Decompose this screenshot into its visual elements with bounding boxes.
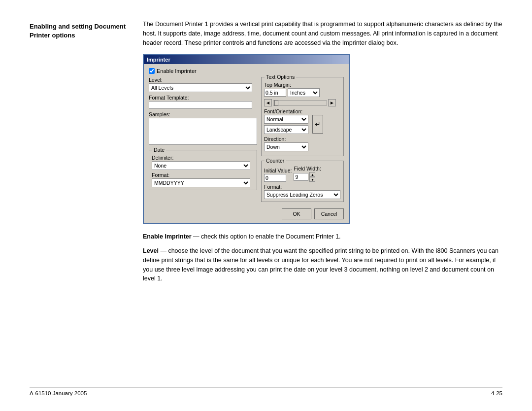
- date-format-select[interactable]: MMDDYYYY: [152, 178, 250, 187]
- section-heading: Enabling and setting Document Printer op…: [30, 22, 128, 40]
- dialog-right-section: Text Options Top Margin: Inches: [261, 77, 344, 202]
- dialog-body: Enable Imprinter Level:: [144, 64, 349, 223]
- samples-label: Samples:: [149, 111, 257, 117]
- font-orient-label: Font/Orientation:: [264, 108, 341, 114]
- initial-value-col: Initial Value:: [264, 168, 292, 182]
- slider-row: ◄ ►: [264, 99, 341, 106]
- initial-value-label: Initial Value:: [264, 168, 292, 173]
- slider-right-btn[interactable]: ►: [328, 99, 336, 106]
- body-para-1: Enable Imprinter — check this option to …: [143, 232, 502, 241]
- level-select[interactable]: All Levels: [149, 83, 252, 92]
- counter-top-row: Initial Value: Field Width:: [264, 166, 341, 182]
- body-para-2: Level — choose the level of the document…: [143, 246, 502, 283]
- top-margin-label: Top Margin:: [264, 82, 341, 88]
- dialog-buttons: OK Cancel: [149, 206, 344, 219]
- top-margin-field: Top Margin: Inches: [264, 82, 341, 106]
- text-options-title: Text Options: [265, 74, 296, 80]
- counter-format-select[interactable]: Suppress Leading Zeros: [264, 190, 340, 199]
- counter-group: Counter Initial Value: Field Width:: [261, 161, 344, 202]
- date-group: Date Delimiter: None Format:: [149, 150, 257, 190]
- samples-field: Samples:: [149, 111, 257, 145]
- cancel-button[interactable]: Cancel: [314, 208, 344, 219]
- dialog-left-section: Level: All Levels Format Tem: [149, 77, 257, 202]
- footer-right: 4-25: [491, 390, 502, 396]
- slider-track[interactable]: [273, 101, 327, 105]
- date-group-title: Date: [152, 147, 166, 153]
- left-column: Enabling and setting Document Printer op…: [30, 20, 128, 387]
- orientation-select[interactable]: Landscape: [264, 125, 308, 134]
- enable-imprinter-label: Enable Imprinter: [157, 68, 197, 74]
- body-para1-text: — check this option to enable the Docume…: [192, 233, 341, 240]
- level-label: Level:: [149, 77, 257, 83]
- delimiter-select[interactable]: None: [152, 161, 250, 170]
- direction-select[interactable]: Down: [264, 142, 308, 151]
- field-width-label: Field Width:: [294, 166, 321, 171]
- body-para2-bold: Level: [143, 247, 159, 254]
- field-width-col: Field Width: ▲ ▼: [294, 166, 321, 182]
- content-area: Enabling and setting Document Printer op…: [30, 20, 502, 387]
- top-margin-unit-select[interactable]: Inches: [288, 88, 320, 97]
- counter-group-title: Counter: [265, 158, 286, 164]
- top-margin-row: Inches: [264, 88, 341, 97]
- delimiter-label: Delimiter:: [152, 155, 254, 161]
- dialog-title: Imprinter: [147, 57, 170, 63]
- right-column: The Document Printer 1 provides a vertic…: [143, 20, 502, 387]
- direction-section: Direction: Down: [264, 136, 341, 151]
- dialog-wrapper: Imprinter Enable Imprinter: [143, 54, 502, 224]
- level-field: Level: All Levels: [149, 77, 257, 92]
- top-margin-input[interactable]: [264, 89, 286, 97]
- intro-text: The Document Printer 1 provides a vertic…: [143, 20, 502, 47]
- footer-left: A-61510 January 2005: [30, 390, 87, 396]
- field-width-up-btn[interactable]: ▲: [309, 172, 315, 177]
- format-template-label: Format Template:: [149, 95, 257, 101]
- level-row: All Levels: [149, 83, 257, 92]
- field-width-spinners: ▲ ▼: [309, 172, 315, 182]
- dialog-titlebar: Imprinter: [144, 55, 349, 64]
- field-width-spin: ▲ ▼: [294, 172, 321, 182]
- page: Enabling and setting Document Printer op…: [0, 0, 532, 411]
- text-options-group: Text Options Top Margin: Inches: [261, 77, 344, 156]
- field-width-input[interactable]: [294, 173, 308, 181]
- body-para1-bold: Enable Imprinter: [143, 233, 192, 240]
- counter-format-field: Format: Suppress Leading Zeros: [264, 184, 341, 199]
- font-select[interactable]: Normal: [264, 115, 308, 124]
- slider-left-btn[interactable]: ◄: [264, 99, 272, 106]
- initial-value-input[interactable]: [264, 174, 286, 182]
- format-template-field: Format Template:: [149, 95, 257, 109]
- counter-format-label: Format:: [264, 184, 341, 190]
- dialog-main-layout: Level: All Levels Format Tem: [149, 77, 344, 202]
- slider-thumb: [274, 100, 278, 106]
- body-para2-text: — choose the level of the document that …: [143, 247, 499, 282]
- date-format-label: Format:: [152, 172, 254, 178]
- direction-label: Direction:: [264, 136, 341, 142]
- enable-row: Enable Imprinter: [149, 68, 344, 74]
- footer: A-61510 January 2005 4-25: [30, 387, 502, 396]
- font-orient-section: Font/Orientation: Normal Land: [264, 108, 341, 134]
- ok-button[interactable]: OK: [282, 208, 311, 219]
- field-width-down-btn[interactable]: ▼: [309, 177, 315, 182]
- format-template-input[interactable]: [149, 101, 252, 109]
- enable-imprinter-checkbox[interactable]: [149, 68, 155, 74]
- imprinter-dialog: Imprinter Enable Imprinter: [143, 54, 350, 224]
- samples-box: [149, 118, 257, 145]
- orientation-arrow-button[interactable]: ↵: [312, 115, 323, 134]
